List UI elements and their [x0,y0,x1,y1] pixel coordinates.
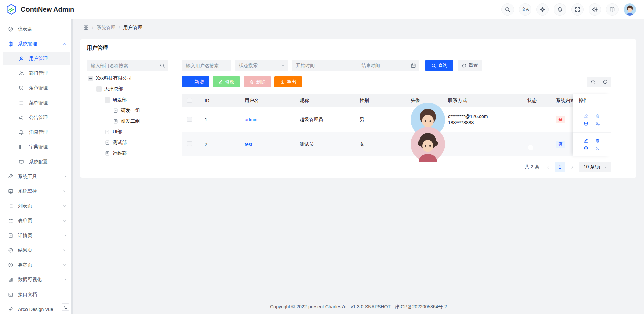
delete-button[interactable]: 删除 [244,76,271,87]
document-icon [105,151,110,156]
sidebar-item-result-pages[interactable]: 结果页 [3,244,70,257]
header-docs-button[interactable] [606,3,619,16]
sidebar-item-list-pages[interactable]: 列表页 [3,199,70,213]
list-icon [8,203,13,209]
reset-password-icon[interactable] [584,146,588,151]
username-link[interactable]: admin [245,117,257,122]
sidebar-item-detail-pages[interactable]: 详情页 [3,229,70,242]
sidebar-item-label: 系统管理 [18,41,37,47]
tree-node-test-dept[interactable]: 测试部 [87,137,168,148]
sidebar-item-exception-pages[interactable]: 异常页 [3,258,70,272]
sidebar-item-dept-management[interactable]: 部门管理 [3,67,70,80]
edit-button[interactable]: 修改 [213,76,240,87]
tree-node-ui-dept[interactable]: UI部 [87,127,168,137]
sidebar-item-announcement-management[interactable]: 公告管理 [3,111,70,124]
sidebar-scrollbar[interactable] [71,19,73,314]
cell-id: 2 [201,142,241,147]
sidebar-item-dashboard[interactable]: 仪表盘 [3,22,70,36]
chevron-down-icon [604,165,608,169]
bell-icon [557,7,563,12]
sidebar-item-system-management[interactable]: 系统管理 [3,37,70,51]
status-select[interactable]: 状态搜索 [235,60,288,71]
row-checkbox[interactable] [187,141,192,146]
refresh-icon [462,63,466,68]
apps-grid-icon[interactable] [83,25,89,30]
cell-email: c********@126.com [448,113,524,120]
sidebar-item-arco-design-vue[interactable]: Arco Design Vue [3,303,70,314]
tree-node-label: 研发部 [113,97,127,103]
collapse-node-icon[interactable] [88,76,93,81]
department-tree: Xxx科技有限公司 天津总部 研发部 研发一组 [87,73,168,159]
sidebar-item-system-config[interactable]: 系统配置 [3,155,70,169]
department-search-input[interactable] [91,63,160,68]
users-icon [19,71,24,76]
sidebar-item-system-tools[interactable]: 系统工具 [3,170,70,183]
bar-chart-icon [8,277,13,282]
user-table: ID 用户名 昵称 性别 头像 联系方式 状态 系统内置 1 admin 超级管… [182,94,611,156]
export-button[interactable]: 导出 [274,76,302,87]
edit-row-icon[interactable] [584,114,588,118]
edit-row-icon[interactable] [584,138,588,143]
header-fullscreen-button[interactable] [571,3,584,16]
exclamation-circle-icon [8,262,13,268]
pagination-next-button[interactable] [570,165,574,169]
tree-node-tianjin-hq[interactable]: 天津总部 [87,84,168,95]
delete-row-icon[interactable] [595,138,600,143]
select-all-checkbox[interactable] [187,98,192,103]
sidebar-item-message-management[interactable]: 消息管理 [3,126,70,139]
sidebar-item-role-management[interactable]: 角色管理 [3,81,70,95]
pagination-page-1[interactable]: 1 [555,162,565,172]
builtin-tag-no: 否 [556,141,565,148]
column-header-username: 用户名 [241,98,297,104]
query-button[interactable]: 查询 [425,60,453,71]
delete-row-icon[interactable] [595,114,600,118]
header-translate-button[interactable]: 文A [519,3,531,16]
assign-role-icon[interactable] [595,121,600,126]
header-theme-button[interactable] [536,3,549,16]
logo-area[interactable]: ContiNew Admin [5,3,74,15]
table-row: 2 test 测试员 女 [182,132,611,156]
table-search-toggle-button[interactable] [587,77,599,87]
collapse-node-icon[interactable] [96,86,102,92]
sidebar-item-dict-management[interactable]: 字典管理 [3,140,70,154]
tree-node-label: 测试部 [113,140,127,146]
tree-node-rd-group1[interactable]: 研发一组 [87,105,168,116]
sidebar-item-menu-management[interactable]: 菜单管理 [3,96,70,110]
page-size-select[interactable]: 10 条/页 [579,162,611,172]
tree-node-rd-group2[interactable]: 研发二组 [87,116,168,127]
tree-node-company[interactable]: Xxx科技有限公司 [87,73,168,84]
assign-role-icon[interactable] [595,146,600,151]
tree-node-rd-dept[interactable]: 研发部 [87,95,168,105]
reset-button[interactable]: 重置 [458,60,482,71]
username-search-input[interactable] [186,63,228,68]
collapse-node-icon[interactable] [105,97,110,103]
sidebar-item-form-pages[interactable]: 表单页 [3,214,70,228]
username-link[interactable]: test [245,142,252,147]
reset-password-icon[interactable] [584,121,588,126]
table-row: 1 admin 超级管理员 男 [182,107,611,132]
header-settings-button[interactable] [589,3,601,16]
sidebar-item-system-monitor[interactable]: 系统监控 [3,185,70,198]
sidebar-item-api-docs[interactable]: 接口文档 [3,288,70,301]
menu-lines-icon [19,100,24,106]
megaphone-icon [19,115,24,120]
sidebar-item-user-management[interactable]: 用户管理 [3,52,70,65]
add-button[interactable]: 新增 [182,76,209,87]
breadcrumb-item-system[interactable]: 系统管理 [97,25,115,31]
chevron-down-icon [63,234,67,238]
table-refresh-button[interactable] [599,77,611,87]
tree-node-ops-dept[interactable]: 运维部 [87,148,168,159]
reset-button-label: 重置 [469,63,478,69]
sidebar-item-data-visualization[interactable]: 数据可视化 [3,273,70,287]
collapse-sidebar-button[interactable] [62,303,69,311]
pagination-prev-button[interactable] [546,165,550,169]
user-avatar[interactable] [624,3,636,16]
user-icon [19,56,24,61]
sidebar-item-label: 角色管理 [29,85,48,91]
row-checkbox[interactable] [187,117,192,122]
sidebar-item-label: 接口文档 [18,292,37,298]
header-notifications-button[interactable] [554,3,566,16]
sidebar-item-label: 菜单管理 [29,100,48,106]
date-range-picker[interactable]: 开始时间 - 结束时间 [292,60,419,71]
header-search-button[interactable] [501,3,514,16]
